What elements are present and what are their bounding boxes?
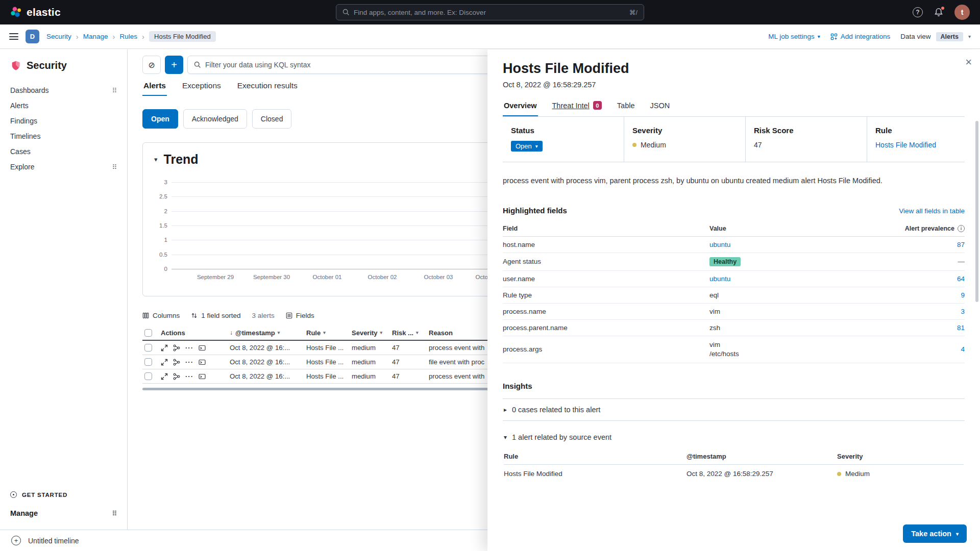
more-actions-icon[interactable]: ···: [185, 358, 193, 366]
session-view-icon[interactable]: [199, 373, 206, 380]
rule-link[interactable]: Hosts File Modified: [875, 141, 936, 149]
severity-dot-icon: [632, 143, 636, 147]
info-icon[interactable]: i: [958, 225, 965, 232]
filter-acknowledged-button[interactable]: Acknowledged: [183, 109, 247, 129]
take-action-button[interactable]: Take action ▾: [903, 524, 967, 543]
view-all-fields-link[interactable]: View all fields in table: [899, 207, 965, 215]
launch-icon: [10, 491, 17, 498]
collapse-chevron-icon[interactable]: ▾: [154, 156, 158, 163]
col-rule[interactable]: Rule ▾: [306, 329, 352, 337]
menu-toggle-icon[interactable]: [9, 32, 18, 42]
sidebar-item-label: Dashboards: [10, 86, 49, 94]
tab-threat-intel[interactable]: Threat Intel 0: [551, 97, 603, 116]
prevalence-link[interactable]: 64: [957, 275, 965, 283]
plus-icon: +: [14, 537, 18, 544]
sidebar-item-explore[interactable]: Explore ⠿: [0, 159, 127, 174]
breadcrumb-rules[interactable]: Rules: [120, 33, 138, 40]
breadcrumb-separator-icon: ›: [113, 32, 115, 41]
field-value-link[interactable]: ubuntu: [709, 241, 878, 248]
select-all-checkbox[interactable]: [144, 329, 152, 337]
session-view-icon[interactable]: [199, 359, 206, 366]
more-actions-icon[interactable]: ···: [185, 344, 193, 352]
filter-set-button[interactable]: ⊘: [142, 56, 161, 74]
new-timeline-icon[interactable]: +: [11, 536, 21, 545]
elastic-logo[interactable]: elastic: [10, 6, 61, 18]
elastic-logo-icon: [10, 6, 22, 18]
sidebar-item-timelines[interactable]: Timelines: [0, 129, 127, 144]
session-view-icon[interactable]: [199, 344, 206, 352]
columns-button[interactable]: Columns: [142, 312, 180, 319]
more-actions-icon[interactable]: ···: [185, 372, 193, 380]
breadcrumb-security[interactable]: Security: [46, 33, 71, 40]
analyzer-icon[interactable]: [173, 359, 180, 366]
sidebar-item-manage[interactable]: Manage ⠿: [0, 503, 127, 523]
search-icon: [194, 61, 201, 68]
sorted-label: 1 field sorted: [201, 312, 240, 319]
close-icon[interactable]: ×: [965, 56, 972, 69]
flyout-timestamp: Oct 8, 2022 @ 16:58:29.257: [503, 81, 965, 89]
col-timestamp-label: @timestamp: [235, 329, 275, 337]
related-alerts-accordion[interactable]: ▾ 1 alert related by source event: [504, 433, 964, 441]
risk-score-value: 47: [754, 141, 762, 149]
expand-alert-icon[interactable]: [161, 359, 168, 366]
analyzer-icon[interactable]: [173, 344, 180, 352]
ml-job-settings-button[interactable]: ML job settings ▾: [768, 33, 820, 40]
col-timestamp: @timestamp: [687, 453, 837, 460]
cell-timestamp: Oct 8, 2022 @ 16:...: [230, 344, 306, 352]
prevalence-link[interactable]: 87: [957, 241, 965, 248]
tab-table[interactable]: Table: [616, 97, 636, 116]
threat-intel-count-badge: 0: [593, 101, 602, 110]
flyout-scrollbar[interactable]: [975, 121, 978, 302]
user-avatar[interactable]: t: [954, 5, 970, 20]
add-integrations-button[interactable]: Add integrations: [830, 33, 891, 40]
untitled-timeline-button[interactable]: Untitled timeline: [28, 537, 79, 545]
field-value-link[interactable]: ubuntu: [709, 275, 878, 283]
prevalence-link[interactable]: 3: [961, 308, 965, 315]
sidebar-item-cases[interactable]: Cases: [0, 144, 127, 159]
analyzer-icon[interactable]: [173, 373, 180, 380]
sidebar-nav: Dashboards ⠿ Alerts Findings Timelines C…: [0, 78, 127, 180]
related-alerts-label: 1 alert related by source event: [512, 433, 611, 441]
cell-severity: medium: [352, 372, 392, 380]
help-icon[interactable]: ?: [913, 7, 923, 17]
expand-alert-icon[interactable]: [161, 344, 168, 352]
app-header: Security: [0, 49, 127, 78]
global-search-input[interactable]: [354, 9, 625, 16]
add-filter-button[interactable]: +: [165, 56, 183, 74]
prevalence-link[interactable]: 9: [961, 291, 965, 299]
row-checkbox[interactable]: [144, 344, 152, 352]
related-cases-accordion[interactable]: ▸ 0 cases related to this alert: [503, 398, 965, 421]
space-avatar[interactable]: D: [26, 30, 39, 43]
tab-exceptions[interactable]: Exceptions: [181, 78, 222, 96]
trend-title: Trend: [164, 152, 199, 167]
related-alert-row[interactable]: Hosts File Modified Oct 8, 2022 @ 16:58:…: [504, 465, 964, 477]
breadcrumb-manage[interactable]: Manage: [83, 33, 108, 40]
tab-overview[interactable]: Overview: [503, 97, 538, 116]
status-value: Open: [516, 142, 532, 150]
row-checkbox[interactable]: [144, 372, 152, 380]
col-risk[interactable]: Risk ... ▾: [392, 329, 429, 337]
tab-execution-results[interactable]: Execution results: [236, 78, 299, 96]
tab-alerts[interactable]: Alerts: [142, 78, 167, 96]
expand-alert-icon[interactable]: [161, 373, 168, 380]
prevalence-link[interactable]: 4: [961, 345, 965, 353]
sidebar-item-dashboards[interactable]: Dashboards ⠿: [0, 83, 127, 98]
data-view-picker[interactable]: Data view Alerts ▾: [900, 32, 971, 41]
global-search[interactable]: ⌘/: [336, 4, 644, 20]
status-badge[interactable]: Open ▾: [511, 141, 543, 152]
sidebar-item-alerts[interactable]: Alerts: [0, 98, 127, 113]
col-timestamp[interactable]: ↓ @timestamp ▾: [230, 329, 306, 337]
tab-json[interactable]: JSON: [649, 97, 671, 116]
row-checkbox[interactable]: [144, 358, 152, 366]
stat-risk-score: Risk Score 47: [746, 117, 867, 162]
filter-open-button[interactable]: Open: [142, 109, 178, 129]
get-started-link[interactable]: GET STARTED: [0, 486, 127, 503]
fields-button[interactable]: Fields: [286, 312, 314, 319]
col-severity[interactable]: Severity ▾: [352, 329, 392, 337]
notifications-button[interactable]: [934, 8, 943, 17]
sidebar-item-findings[interactable]: Findings: [0, 113, 127, 129]
horizontal-scrollbar[interactable]: [142, 388, 495, 390]
prevalence-link[interactable]: 81: [957, 324, 965, 332]
sort-fields-button[interactable]: 1 field sorted: [191, 312, 240, 319]
filter-closed-button[interactable]: Closed: [252, 109, 292, 129]
